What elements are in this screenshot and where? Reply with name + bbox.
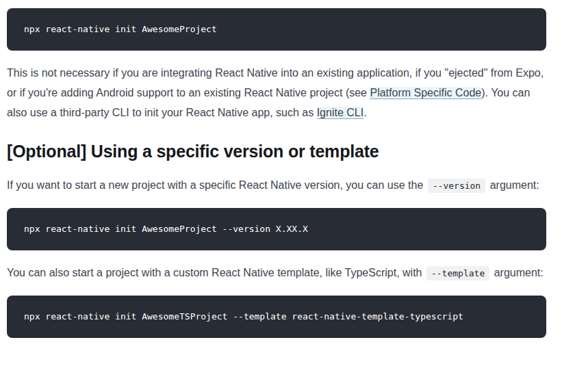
code-block-version: npx react-native init AwesomeProject --v…: [7, 208, 546, 250]
paragraph-version-text-1: If you want to start a new project with …: [7, 179, 426, 191]
code-text-template: npx react-native init AwesomeTSProject -…: [24, 311, 463, 322]
paragraph-template-text-2: argument:: [491, 267, 543, 278]
doc-content: npx react-native init AwesomeProject Thi…: [0, 0, 562, 338]
paragraph-template-text-1: You can also start a project with a cust…: [7, 267, 425, 278]
paragraph-version: If you want to start a new project with …: [7, 175, 546, 196]
code-text-init: npx react-native init AwesomeProject: [24, 24, 217, 34]
section-heading-optional-version-template: [Optional] Using a specific version or t…: [7, 140, 546, 163]
paragraph-version-text-2: argument:: [487, 179, 539, 191]
paragraph-integration: This is not necessary if you are integra…: [7, 63, 546, 122]
inline-code-version-flag: --version: [428, 179, 485, 193]
paragraph-integration-text-3: .: [363, 107, 366, 118]
inline-code-template-flag: --template: [426, 266, 489, 280]
code-text-version: npx react-native init AwesomeProject --v…: [24, 224, 308, 234]
paragraph-template: You can also start a project with a cust…: [7, 263, 546, 283]
code-block-template: npx react-native init AwesomeTSProject -…: [7, 296, 546, 338]
code-block-init: npx react-native init AwesomeProject: [7, 8, 546, 51]
link-platform-specific-code[interactable]: Platform Specific Code: [370, 87, 481, 99]
link-ignite-cli[interactable]: Ignite CLI: [317, 107, 363, 119]
